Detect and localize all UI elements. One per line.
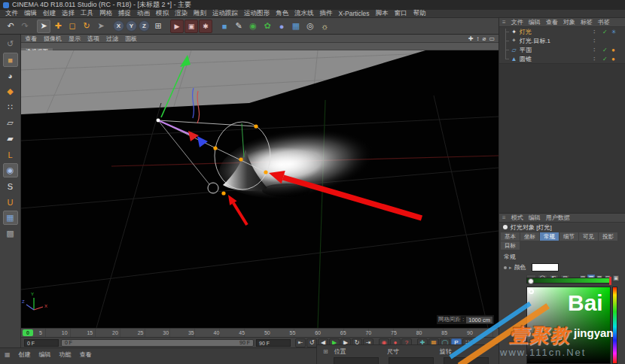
menu-item[interactable]: 脚本 [373, 9, 392, 18]
expand-caret-icon[interactable]: ▸ [509, 265, 512, 271]
axis-mode-icon[interactable]: L [3, 147, 18, 162]
position-field[interactable] [334, 357, 379, 364]
workplane-grid-icon[interactable]: ▦ [3, 211, 18, 225]
strip-knob[interactable] [528, 278, 534, 284]
menu-item[interactable]: 流水线 [291, 9, 317, 18]
attribute-tab[interactable]: 坐标 [520, 232, 539, 241]
object-tag-icon[interactable]: ● [611, 47, 625, 53]
light-icon[interactable]: ☼ [318, 20, 331, 33]
attribute-tab[interactable]: 投影 [599, 232, 617, 241]
material-menu-item[interactable]: 功能 [59, 350, 72, 359]
visibility-dots[interactable]: ∶ [593, 47, 602, 53]
view-zoom-icon[interactable]: ↕ [477, 35, 480, 42]
object-light-target[interactable]: ⌖ 灯光.目标.1 ∶ [499, 36, 625, 45]
menu-item[interactable]: 窗口 [392, 9, 410, 18]
points-mode-icon[interactable]: ∷ [3, 100, 18, 114]
color-swatch[interactable] [532, 263, 559, 271]
object-label[interactable]: 圆锥 [520, 55, 593, 63]
menu-item[interactable]: 帮助 [410, 9, 429, 18]
spline-pen-icon[interactable]: ✎ [232, 20, 245, 33]
menu-item[interactable]: 捕捉 [115, 9, 134, 18]
play-preview-button[interactable]: ↺ [306, 338, 317, 347]
color-strip-slider[interactable] [526, 278, 611, 284]
lock-y-icon[interactable]: Y [126, 20, 137, 32]
menu-item[interactable]: 创建 [40, 9, 59, 18]
menu-item[interactable]: 模拟 [153, 9, 172, 18]
attribute-menu-item[interactable]: 用户数据 [546, 214, 570, 222]
attribute-menu-item[interactable]: 编辑 [529, 214, 541, 222]
menu-item[interactable]: 雕刻 [191, 9, 209, 18]
timeline-ruler[interactable]: 0 51015202530354045505560657075808590 [21, 328, 498, 337]
subdivision-surface-icon[interactable]: ◉ [246, 20, 260, 33]
floor-icon[interactable]: ▦ [289, 20, 303, 33]
object-icon[interactable]: ✦ [510, 29, 518, 35]
viewport-menu-item[interactable]: 摄像机 [44, 35, 62, 43]
object-tag-icon[interactable]: ● [611, 56, 625, 62]
viewport-menu-item[interactable]: 面板 [125, 35, 137, 43]
view-pan-icon[interactable]: ✚ [468, 35, 474, 42]
live-selection-icon[interactable]: ➤ [37, 20, 50, 33]
menu-item[interactable]: 动画 [134, 9, 153, 18]
enabled-check-icon[interactable]: ✓ [602, 56, 611, 62]
attribute-tab[interactable]: 可见 [579, 232, 598, 241]
object-icon[interactable]: ▱ [510, 47, 518, 53]
workplane-mode-icon[interactable]: ◆ [3, 84, 18, 99]
material-menu-item[interactable]: 编辑 [39, 350, 51, 359]
magnet-icon[interactable]: U [3, 195, 18, 209]
enabled-check-icon[interactable]: ✓ [602, 47, 611, 53]
goto-start-button[interactable]: ⇤ [295, 338, 306, 347]
size-field[interactable] [389, 357, 434, 364]
coordinate-menu-icon[interactable]: ⊞ [323, 348, 328, 355]
rotation-field[interactable] [444, 357, 489, 364]
menu-item[interactable]: X-Particles [336, 10, 373, 17]
object-icon[interactable]: ⌖ [510, 37, 518, 44]
lock-x-icon[interactable]: X [113, 20, 124, 32]
undo-icon[interactable]: ↶ [4, 20, 17, 33]
menu-item[interactable]: 工具 [78, 9, 96, 18]
render-settings-icon[interactable]: ✱ [199, 20, 212, 33]
viewport-solo-icon[interactable]: ◉ [3, 163, 18, 177]
menu-item[interactable]: 运动图形 [241, 9, 273, 18]
timeline-range-slider[interactable]: 0 F 90 F [61, 339, 254, 347]
object-cone[interactable]: ▲ 圆锥 ∶ ✓ ● [499, 54, 625, 63]
attribute-tab[interactable]: 目标 [501, 241, 520, 250]
attribute-tab[interactable]: 细节 [559, 232, 578, 241]
viewport-menu-item[interactable]: 显示 [69, 35, 81, 43]
object-icon[interactable]: ▲ [510, 56, 518, 62]
menu-item[interactable]: 运动跟踪 [209, 9, 241, 18]
object-manager-menu-item[interactable]: 查看 [546, 18, 558, 26]
edges-mode-icon[interactable]: ▱ [3, 116, 18, 130]
material-menu-icon[interactable]: ▦ [5, 351, 11, 358]
end-frame-field[interactable]: 90 F [256, 339, 291, 347]
menu-item[interactable]: 文件 [2, 9, 21, 18]
menu-item[interactable]: 编辑 [21, 9, 40, 18]
scene-3d[interactable]: Y X Z 网格间距 : 1000 cm [21, 50, 498, 328]
object-label[interactable]: 灯光.目标.1 [520, 37, 593, 45]
object-label[interactable]: 灯光 [520, 28, 593, 36]
polygons-mode-icon[interactable]: ▰ [3, 132, 18, 146]
object-manager-menu-item[interactable]: 对象 [563, 18, 575, 26]
render-view-icon[interactable]: ▶ [170, 20, 184, 33]
view-maximize-icon[interactable]: ▭ [489, 35, 495, 42]
sv-knob[interactable] [529, 289, 534, 294]
snap-icon[interactable]: S [3, 179, 18, 193]
object-label[interactable]: 平面 [520, 46, 593, 54]
menu-item[interactable]: 网格 [96, 9, 115, 18]
texture-mode-icon[interactable]: ◕ [3, 68, 18, 83]
object-manager-menu-item[interactable]: 标签 [581, 18, 593, 26]
move-icon[interactable]: ✚ [51, 20, 65, 33]
viewport-menu-item[interactable]: 过滤 [106, 35, 118, 43]
hue-strip-slider[interactable] [612, 287, 617, 364]
toggle-swatch-icon[interactable]: ▣ [612, 275, 620, 282]
scale-icon[interactable]: ◻ [66, 20, 79, 33]
object-manager-menu-item[interactable]: 文件 [511, 18, 523, 26]
material-menu-item[interactable]: 创建 [19, 350, 31, 359]
primitive-cube-icon[interactable]: ■ [218, 20, 231, 33]
object-manager-menu-item[interactable]: 编辑 [529, 18, 541, 26]
attribute-menu-item[interactable]: 模式 [511, 214, 523, 222]
visibility-dots[interactable]: ∶ [593, 29, 602, 35]
convert-icon[interactable]: ↺ [3, 37, 18, 51]
camera-icon[interactable]: ◎ [303, 20, 317, 33]
view-rotate-icon[interactable]: ⌀ [483, 35, 486, 42]
attribute-menu-icon[interactable]: ≡ [502, 214, 506, 221]
